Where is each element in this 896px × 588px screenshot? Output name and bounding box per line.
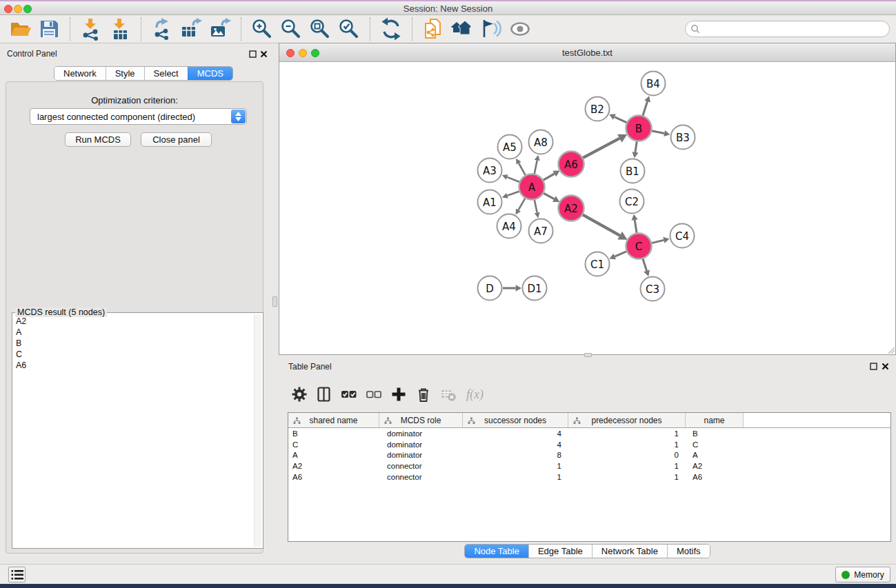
delete-column-trash-icon[interactable] bbox=[415, 385, 432, 403]
zoom-in-icon[interactable] bbox=[250, 17, 274, 41]
graph-node-D1[interactable]: D1 bbox=[523, 276, 547, 301]
import-network-icon[interactable] bbox=[79, 17, 103, 41]
criterion-dropdown[interactable]: largest connected component (directed) bbox=[30, 108, 247, 125]
search-box[interactable] bbox=[685, 21, 890, 37]
graph-node-A1[interactable]: A1 bbox=[478, 190, 502, 214]
export-table-icon[interactable] bbox=[179, 17, 203, 41]
cell: B bbox=[288, 429, 379, 438]
network-window-titlebar[interactable]: testGlobe.txt bbox=[279, 43, 895, 62]
result-item[interactable]: A2 bbox=[16, 316, 253, 327]
graph-node-B4[interactable]: B4 bbox=[641, 72, 666, 96]
graph-node-B1[interactable]: B1 bbox=[621, 159, 645, 183]
column-header-successor-nodes[interactable]: successor nodes bbox=[463, 413, 568, 427]
column-header-predecessor-nodes[interactable]: predecessor nodes bbox=[568, 413, 686, 427]
cell: 1 bbox=[568, 440, 686, 449]
deselect-all-columns-icon[interactable] bbox=[365, 385, 383, 403]
save-session-icon[interactable] bbox=[37, 17, 61, 41]
graph-node-A6[interactable]: A6 bbox=[559, 152, 584, 177]
splitter-grip-vertical[interactable] bbox=[272, 296, 277, 307]
close-panel-icon[interactable] bbox=[260, 50, 268, 58]
graph-node-C[interactable]: C bbox=[626, 234, 652, 259]
tab-network[interactable]: Network bbox=[54, 67, 106, 80]
show-hide-details-icon[interactable] bbox=[508, 17, 532, 41]
network-canvas[interactable]: B4B2BB3B1C2A5A8A6A3AA1A2A4A7CC4C1C3DD1 bbox=[279, 62, 895, 354]
svg-text:C3: C3 bbox=[646, 283, 659, 296]
close-table-panel-icon[interactable] bbox=[882, 363, 889, 370]
cell: dominator bbox=[379, 451, 463, 459]
column-header-name[interactable]: name bbox=[686, 413, 744, 427]
table-row[interactable]: A6connector11A6 bbox=[288, 472, 890, 483]
float-panel-icon[interactable] bbox=[249, 50, 257, 58]
export-image-icon[interactable] bbox=[208, 17, 232, 41]
result-item[interactable]: A6 bbox=[16, 360, 253, 371]
cell: 1 bbox=[568, 429, 686, 438]
graph-node-A3[interactable]: A3 bbox=[478, 159, 502, 183]
toggle-graphics-details-icon[interactable] bbox=[479, 17, 503, 41]
zoom-selected-icon[interactable] bbox=[337, 17, 361, 41]
show-panels-button[interactable] bbox=[8, 567, 26, 582]
zoom-out-icon[interactable] bbox=[279, 17, 303, 41]
result-scrollbar[interactable] bbox=[254, 314, 261, 547]
table-row[interactable]: Bdominator41B bbox=[288, 428, 890, 439]
table-tab-motifs[interactable]: Motifs bbox=[667, 545, 710, 558]
svg-text:C1: C1 bbox=[590, 258, 604, 271]
table-tab-edge-table[interactable]: Edge Table bbox=[528, 545, 592, 558]
select-all-columns-icon[interactable] bbox=[340, 385, 358, 403]
cell: A6 bbox=[686, 473, 744, 481]
graph-node-A7[interactable]: A7 bbox=[529, 219, 553, 243]
close-panel-button[interactable]: Close panel bbox=[141, 132, 212, 147]
export-network-icon[interactable] bbox=[150, 17, 174, 41]
graph-node-B3[interactable]: B3 bbox=[671, 125, 695, 150]
refresh-view-icon[interactable] bbox=[379, 17, 403, 41]
table-tab-node-table[interactable]: Node Table bbox=[465, 545, 528, 558]
table-row[interactable]: Adominator80A bbox=[288, 450, 890, 461]
splitter-grip-horizontal[interactable] bbox=[584, 353, 592, 357]
criterion-value: largest connected component (directed) bbox=[37, 112, 195, 122]
table-row[interactable]: A2connector11A2 bbox=[288, 460, 890, 472]
import-table-icon[interactable] bbox=[108, 17, 132, 41]
graph-node-A2[interactable]: A2 bbox=[559, 196, 584, 221]
search-input[interactable] bbox=[700, 24, 889, 34]
graph-node-B2[interactable]: B2 bbox=[586, 97, 610, 121]
column-header-MCDS-role[interactable]: MCDS role bbox=[379, 413, 463, 427]
result-item[interactable]: C bbox=[16, 349, 253, 360]
zoom-fit-icon[interactable] bbox=[308, 17, 332, 41]
column-header-shared-name[interactable]: shared name bbox=[288, 413, 379, 427]
table-tabbar: Node TableEdge TableNetwork TableMotifs bbox=[464, 544, 710, 558]
result-item[interactable]: A bbox=[16, 327, 253, 338]
graph-node-B[interactable]: B bbox=[626, 116, 652, 141]
desktop-edge bbox=[0, 584, 896, 588]
resize-grip-icon[interactable] bbox=[886, 345, 895, 354]
cell: A2 bbox=[686, 462, 744, 470]
graph-node-C2[interactable]: C2 bbox=[620, 190, 644, 214]
graph-node-C3[interactable]: C3 bbox=[641, 277, 665, 301]
edge-arrowhead bbox=[663, 237, 669, 243]
graph-node-A5[interactable]: A5 bbox=[498, 135, 522, 159]
graph-node-C1[interactable]: C1 bbox=[586, 252, 610, 276]
table-tab-network-table[interactable]: Network Table bbox=[592, 545, 667, 558]
graph-node-D[interactable]: D bbox=[478, 276, 502, 301]
show-columns-icon[interactable] bbox=[315, 385, 333, 403]
open-session-icon[interactable] bbox=[8, 17, 32, 41]
clone-network-icon[interactable] bbox=[421, 17, 445, 41]
run-mcds-button[interactable]: Run MCDS bbox=[65, 132, 131, 147]
table-settings-gear-icon[interactable] bbox=[290, 385, 308, 403]
graph-node-C4[interactable]: C4 bbox=[670, 224, 695, 248]
home-icon[interactable] bbox=[450, 17, 474, 41]
create-column-plus-icon[interactable] bbox=[390, 385, 408, 403]
tab-style[interactable]: Style bbox=[106, 67, 144, 80]
table-row[interactable]: Cdominator41C bbox=[288, 439, 890, 450]
memory-button[interactable]: Memory bbox=[835, 567, 890, 582]
tab-mcds[interactable]: MCDS bbox=[188, 67, 232, 80]
graph-node-A4[interactable]: A4 bbox=[497, 214, 521, 239]
tab-select[interactable]: Select bbox=[144, 67, 188, 80]
graph-node-A[interactable]: A bbox=[519, 174, 545, 200]
cell: 8 bbox=[463, 451, 568, 459]
svg-text:A: A bbox=[528, 181, 536, 194]
result-item[interactable]: B bbox=[16, 338, 253, 349]
float-table-panel-icon[interactable] bbox=[870, 363, 877, 370]
graph-node-A8[interactable]: A8 bbox=[529, 130, 553, 154]
memory-status-icon bbox=[842, 571, 850, 579]
app-titlebar: Session: New Session bbox=[0, 0, 896, 15]
svg-text:A4: A4 bbox=[502, 221, 516, 233]
